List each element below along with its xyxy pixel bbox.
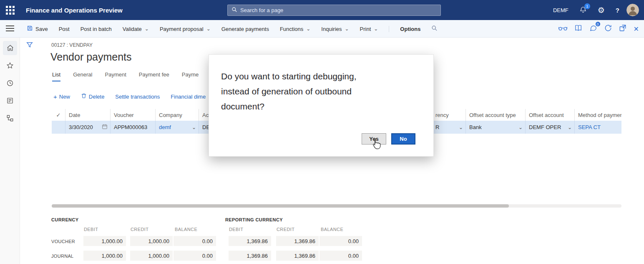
column-header-method-of-payment[interactable]: Method of paymer <box>575 109 621 121</box>
validate-menu-button[interactable]: Validate ⌄ <box>123 26 149 32</box>
column-header-currency[interactable]: rency <box>434 109 466 121</box>
horizontal-scrollbar-thumb[interactable] <box>52 204 509 208</box>
delete-button[interactable]: Delete <box>81 93 105 100</box>
tab-payment-partial[interactable]: Payme <box>182 71 199 81</box>
user-avatar[interactable] <box>626 4 639 16</box>
company-link[interactable]: demf <box>159 124 171 130</box>
post-button[interactable]: Post <box>59 26 70 32</box>
sidebar-item-workspaces[interactable] <box>0 92 20 109</box>
settle-label: Settle transactions <box>115 94 160 100</box>
row-date-cell[interactable]: 3/30/2020 <box>65 121 111 134</box>
nav-menu-button[interactable] <box>6 25 14 33</box>
no-button[interactable]: No <box>391 133 415 145</box>
functions-menu-button[interactable]: Functions ⌄ <box>280 26 310 32</box>
chevron-down-icon[interactable]: ⌄ <box>192 124 196 130</box>
waffle-icon <box>6 6 15 15</box>
voucher-debit-value: 1,000.00 <box>83 236 126 246</box>
gear-icon: ⚙ <box>598 6 605 14</box>
yes-button[interactable]: Yes <box>362 133 386 145</box>
dialog-message: Do you want to starting debugging, inste… <box>221 69 380 114</box>
totals-header-debit: DEBIT <box>84 227 98 232</box>
search-input[interactable] <box>240 7 437 13</box>
search-icon <box>431 25 438 33</box>
inquiries-menu-button[interactable]: Inquiries ⌄ <box>321 26 349 32</box>
notifications-button[interactable]: 1 <box>574 0 592 20</box>
sidebar-item-favorites[interactable] <box>0 57 20 74</box>
financial-dimensions-label: Financial dime <box>171 94 206 100</box>
method-of-payment-link[interactable]: SEPA CT <box>578 124 601 130</box>
row-company-cell[interactable]: demf ⌄ <box>156 121 199 134</box>
post-in-batch-label: Post in batch <box>80 26 112 32</box>
offset-account-value: DEMF OPER <box>529 124 561 130</box>
row-voucher-cell[interactable]: APPM000063 <box>111 121 156 134</box>
help-button[interactable]: ? <box>610 0 625 20</box>
column-header-date[interactable]: Date <box>65 109 111 121</box>
app-title: Finance and Operations Preview <box>26 0 123 20</box>
chevron-down-icon: ⌄ <box>306 26 310 31</box>
journal-row-label: JOURNAL <box>51 254 73 259</box>
settings-button[interactable]: ⚙ <box>592 0 610 20</box>
journal-credit-value: 1,000.00 <box>130 251 173 261</box>
currency-value: R <box>435 124 439 130</box>
row-offset-account-type-cell[interactable]: Bank ⌄ <box>466 121 526 134</box>
checkmark-icon: ✓ <box>56 112 61 118</box>
sidebar-item-recent[interactable] <box>0 74 20 92</box>
horizontal-scrollbar-track[interactable] <box>52 204 621 208</box>
sidebar-item-modules[interactable] <box>0 109 20 127</box>
row-select-cell[interactable] <box>52 121 65 134</box>
company-picker-button[interactable]: DEMF <box>548 0 574 20</box>
chevron-down-icon[interactable]: ⌄ <box>459 124 463 130</box>
post-in-batch-button[interactable]: Post in batch <box>80 26 112 32</box>
filter-button[interactable] <box>26 41 33 50</box>
column-header-offset-account[interactable]: Offset account <box>526 109 575 121</box>
chevron-down-icon: ⌄ <box>206 26 211 31</box>
save-button[interactable]: Save <box>27 25 48 33</box>
close-page-button[interactable]: ✕ <box>634 25 639 33</box>
row-method-of-payment-cell[interactable]: SEPA CT <box>575 121 621 134</box>
settle-transactions-button[interactable]: Settle transactions <box>115 94 160 100</box>
clock-icon <box>3 76 17 90</box>
row-offset-account-cell[interactable]: DEMF OPER ⌄ <box>526 121 575 134</box>
print-label: Print <box>360 26 371 32</box>
new-label: New <box>59 94 70 100</box>
tab-payment-fee[interactable]: Payment fee <box>139 71 169 81</box>
refresh-button[interactable] <box>604 24 612 33</box>
column-header-offset-account-type[interactable]: Offset account type <box>466 109 526 121</box>
funnel-icon <box>26 43 33 50</box>
confirmation-dialog: Do you want to starting debugging, inste… <box>209 54 434 157</box>
glasses-view-button[interactable] <box>558 25 567 33</box>
sidebar-item-home[interactable] <box>0 39 20 57</box>
star-icon <box>3 58 17 73</box>
financial-dimensions-button[interactable]: Financial dime <box>171 94 206 100</box>
journal-debit-value: 1,000.00 <box>83 251 126 261</box>
tab-general[interactable]: General <box>73 71 92 81</box>
calendar-icon[interactable] <box>102 124 108 131</box>
date-value: 3/30/2020 <box>69 124 93 130</box>
select-all-column-header[interactable]: ✓ <box>52 109 65 121</box>
action-search-button[interactable] <box>431 25 438 33</box>
print-menu-button[interactable]: Print ⌄ <box>360 26 378 32</box>
task-guide-button[interactable] <box>574 24 582 33</box>
action-pane-right-icons: 0 ✕ <box>558 20 639 38</box>
journal-rep-debit-value: 1,369.86 <box>229 251 271 261</box>
column-header-voucher[interactable]: Voucher <box>111 109 156 121</box>
voucher-rep-credit-value: 1,369.86 <box>276 236 319 246</box>
messages-button[interactable]: 0 <box>589 24 597 33</box>
tab-list[interactable]: List <box>52 71 60 81</box>
chevron-down-icon[interactable]: ⌄ <box>568 124 572 130</box>
global-search-box[interactable] <box>227 5 441 16</box>
tab-payment[interactable]: Payment <box>105 71 126 81</box>
column-header-company[interactable]: Company <box>156 109 199 121</box>
journal-balance-value: 0.00 <box>174 251 216 261</box>
generate-payments-button[interactable]: Generate payments <box>221 26 269 32</box>
options-button[interactable]: Options <box>389 26 420 32</box>
app-launcher-button[interactable] <box>0 0 20 20</box>
form-tabs: List General Payment Payment fee Payme <box>52 71 199 81</box>
journal-rep-balance-value: 0.00 <box>319 251 362 261</box>
row-currency-cell[interactable]: R ⌄ <box>434 121 466 134</box>
totals-header-rep-credit: CREDIT <box>277 227 294 232</box>
payment-proposal-menu-button[interactable]: Payment proposal ⌄ <box>160 26 211 32</box>
new-button[interactable]: + New <box>53 94 70 100</box>
open-in-new-window-button[interactable] <box>619 24 626 33</box>
chevron-down-icon[interactable]: ⌄ <box>518 124 523 130</box>
